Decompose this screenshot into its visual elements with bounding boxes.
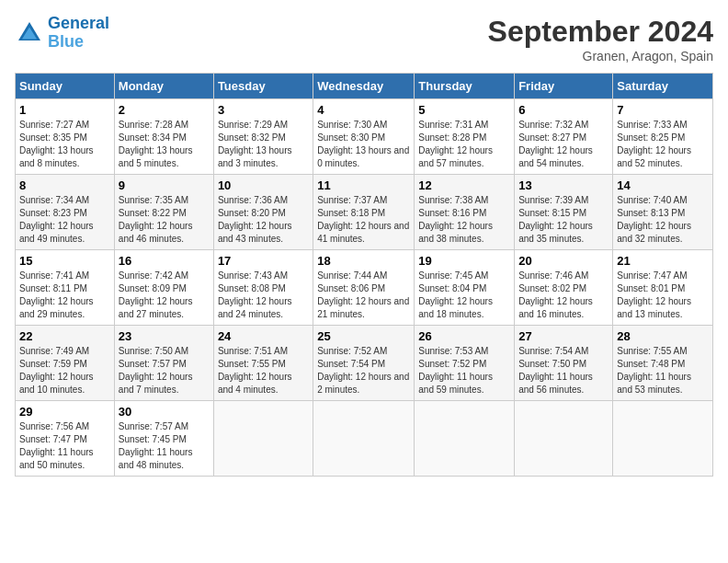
calendar-cell: 8 Sunrise: 7:34 AM Sunset: 8:23 PM Dayli… [16, 175, 115, 250]
day-number: 6 [518, 103, 609, 117]
day-detail: Sunrise: 7:45 AM Sunset: 8:04 PM Dayligh… [418, 270, 510, 321]
calendar-cell: 13 Sunrise: 7:39 AM Sunset: 8:15 PM Dayl… [515, 175, 613, 250]
day-number: 3 [218, 103, 309, 117]
day-detail: Sunrise: 7:49 AM Sunset: 7:59 PM Dayligh… [19, 345, 110, 396]
day-number: 23 [119, 329, 210, 343]
day-number: 1 [19, 103, 110, 117]
calendar-cell: 14 Sunrise: 7:40 AM Sunset: 8:13 PM Dayl… [613, 175, 713, 250]
day-number: 24 [218, 329, 309, 343]
calendar-cell: 7 Sunrise: 7:33 AM Sunset: 8:25 PM Dayli… [613, 99, 713, 175]
calendar-cell: 18 Sunrise: 7:44 AM Sunset: 8:06 PM Dayl… [313, 250, 415, 326]
weekday-header: Tuesday [213, 74, 313, 99]
day-detail: Sunrise: 7:43 AM Sunset: 8:08 PM Dayligh… [218, 270, 309, 321]
day-number: 18 [317, 254, 410, 268]
page-header: General Blue September 2024 Granen, Arag… [15, 15, 713, 63]
day-number: 20 [518, 254, 609, 268]
day-detail: Sunrise: 7:35 AM Sunset: 8:22 PM Dayligh… [119, 194, 210, 246]
day-detail: Sunrise: 7:56 AM Sunset: 7:47 PM Dayligh… [19, 420, 110, 472]
calendar-cell: 23 Sunrise: 7:50 AM Sunset: 7:57 PM Dayl… [114, 326, 213, 401]
day-number: 10 [218, 178, 309, 192]
day-detail: Sunrise: 7:29 AM Sunset: 8:32 PM Dayligh… [218, 119, 309, 170]
calendar-cell: 27 Sunrise: 7:54 AM Sunset: 7:50 PM Dayl… [515, 326, 613, 401]
calendar-cell: 15 Sunrise: 7:41 AM Sunset: 8:11 PM Dayl… [16, 250, 115, 326]
day-number: 16 [119, 254, 210, 268]
day-number: 14 [617, 178, 709, 192]
calendar-cell: 21 Sunrise: 7:47 AM Sunset: 8:01 PM Dayl… [613, 250, 713, 326]
day-detail: Sunrise: 7:53 AM Sunset: 7:52 PM Dayligh… [418, 345, 510, 396]
weekday-header: Wednesday [313, 74, 415, 99]
day-detail: Sunrise: 7:41 AM Sunset: 8:11 PM Dayligh… [19, 270, 110, 321]
location: Granen, Aragon, Spain [488, 49, 713, 63]
calendar-cell: 4 Sunrise: 7:30 AM Sunset: 8:30 PM Dayli… [313, 99, 415, 175]
calendar-week-row: 29 Sunrise: 7:56 AM Sunset: 7:47 PM Dayl… [16, 401, 713, 477]
calendar-cell: 1 Sunrise: 7:27 AM Sunset: 8:35 PM Dayli… [16, 99, 115, 175]
day-detail: Sunrise: 7:28 AM Sunset: 8:34 PM Dayligh… [119, 119, 210, 170]
day-detail: Sunrise: 7:57 AM Sunset: 7:45 PM Dayligh… [119, 420, 210, 472]
calendar-cell: 2 Sunrise: 7:28 AM Sunset: 8:34 PM Dayli… [114, 99, 213, 175]
logo: General Blue [15, 15, 109, 52]
day-detail: Sunrise: 7:32 AM Sunset: 8:27 PM Dayligh… [518, 119, 609, 170]
calendar-cell: 25 Sunrise: 7:52 AM Sunset: 7:54 PM Dayl… [313, 326, 415, 401]
calendar-cell: 16 Sunrise: 7:42 AM Sunset: 8:09 PM Dayl… [114, 250, 213, 326]
day-detail: Sunrise: 7:30 AM Sunset: 8:30 PM Dayligh… [317, 119, 410, 170]
calendar-week-row: 15 Sunrise: 7:41 AM Sunset: 8:11 PM Dayl… [16, 250, 713, 326]
day-number: 25 [317, 329, 410, 343]
day-number: 12 [418, 178, 510, 192]
day-detail: Sunrise: 7:37 AM Sunset: 8:18 PM Dayligh… [317, 194, 410, 246]
weekday-header: Sunday [16, 74, 115, 99]
calendar-cell: 28 Sunrise: 7:55 AM Sunset: 7:48 PM Dayl… [613, 326, 713, 401]
day-detail: Sunrise: 7:34 AM Sunset: 8:23 PM Dayligh… [19, 194, 110, 246]
day-number: 30 [119, 405, 210, 419]
calendar-cell: 20 Sunrise: 7:46 AM Sunset: 8:02 PM Dayl… [515, 250, 613, 326]
day-number: 13 [518, 178, 609, 192]
day-detail: Sunrise: 7:47 AM Sunset: 8:01 PM Dayligh… [617, 270, 709, 321]
calendar-cell [515, 401, 613, 477]
day-number: 11 [317, 178, 410, 192]
title-block: September 2024 Granen, Aragon, Spain [488, 15, 713, 63]
day-detail: Sunrise: 7:42 AM Sunset: 8:09 PM Dayligh… [119, 270, 210, 321]
day-number: 22 [19, 329, 110, 343]
calendar-cell: 26 Sunrise: 7:53 AM Sunset: 7:52 PM Dayl… [415, 326, 515, 401]
calendar-cell: 22 Sunrise: 7:49 AM Sunset: 7:59 PM Dayl… [16, 326, 115, 401]
calendar-week-row: 8 Sunrise: 7:34 AM Sunset: 8:23 PM Dayli… [16, 175, 713, 250]
day-detail: Sunrise: 7:31 AM Sunset: 8:28 PM Dayligh… [418, 119, 510, 170]
day-detail: Sunrise: 7:27 AM Sunset: 8:35 PM Dayligh… [19, 119, 110, 170]
calendar-cell: 29 Sunrise: 7:56 AM Sunset: 7:47 PM Dayl… [16, 401, 115, 477]
calendar-cell: 12 Sunrise: 7:38 AM Sunset: 8:16 PM Dayl… [415, 175, 515, 250]
day-detail: Sunrise: 7:44 AM Sunset: 8:06 PM Dayligh… [317, 270, 410, 321]
calendar-week-row: 1 Sunrise: 7:27 AM Sunset: 8:35 PM Dayli… [16, 99, 713, 175]
day-detail: Sunrise: 7:52 AM Sunset: 7:54 PM Dayligh… [317, 345, 410, 396]
calendar-cell [313, 401, 415, 477]
day-number: 7 [617, 103, 709, 117]
day-number: 5 [418, 103, 510, 117]
day-number: 4 [317, 103, 410, 117]
calendar-cell [613, 401, 713, 477]
day-number: 2 [119, 103, 210, 117]
calendar-table: SundayMondayTuesdayWednesdayThursdayFrid… [15, 73, 713, 477]
weekday-header: Friday [515, 74, 613, 99]
day-number: 21 [617, 254, 709, 268]
day-detail: Sunrise: 7:54 AM Sunset: 7:50 PM Dayligh… [518, 345, 609, 396]
day-detail: Sunrise: 7:36 AM Sunset: 8:20 PM Dayligh… [218, 194, 309, 246]
day-number: 29 [19, 405, 110, 419]
logo-text: General Blue [48, 15, 109, 52]
day-number: 15 [19, 254, 110, 268]
day-detail: Sunrise: 7:38 AM Sunset: 8:16 PM Dayligh… [418, 194, 510, 246]
day-detail: Sunrise: 7:33 AM Sunset: 8:25 PM Dayligh… [617, 119, 709, 170]
calendar-cell: 30 Sunrise: 7:57 AM Sunset: 7:45 PM Dayl… [114, 401, 213, 477]
calendar-cell: 19 Sunrise: 7:45 AM Sunset: 8:04 PM Dayl… [415, 250, 515, 326]
weekday-header: Thursday [415, 74, 515, 99]
calendar-cell: 17 Sunrise: 7:43 AM Sunset: 8:08 PM Dayl… [213, 250, 313, 326]
day-number: 19 [418, 254, 510, 268]
weekday-header: Monday [114, 74, 213, 99]
month-title: September 2024 [488, 15, 713, 49]
calendar-cell: 6 Sunrise: 7:32 AM Sunset: 8:27 PM Dayli… [515, 99, 613, 175]
day-detail: Sunrise: 7:40 AM Sunset: 8:13 PM Dayligh… [617, 194, 709, 246]
day-number: 17 [218, 254, 309, 268]
day-detail: Sunrise: 7:51 AM Sunset: 7:55 PM Dayligh… [218, 345, 309, 396]
calendar-cell: 9 Sunrise: 7:35 AM Sunset: 8:22 PM Dayli… [114, 175, 213, 250]
day-detail: Sunrise: 7:46 AM Sunset: 8:02 PM Dayligh… [518, 270, 609, 321]
day-number: 8 [19, 178, 110, 192]
day-number: 28 [617, 329, 709, 343]
logo-icon [15, 18, 44, 48]
